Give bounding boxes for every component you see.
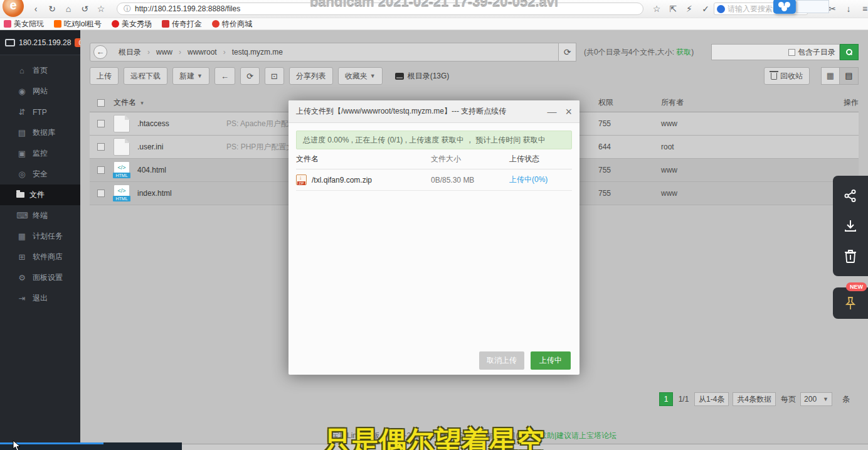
breadcrumb-wwwroot[interactable]: wwwroot: [181, 48, 223, 56]
html-file-icon: </>: [114, 185, 130, 202]
bookmark-item[interactable]: 特价商城: [212, 19, 252, 29]
new-badge: NEW: [846, 282, 867, 291]
pin-button[interactable]: NEW: [833, 287, 868, 319]
monitor-icon: ▣: [16, 149, 28, 158]
disk-icon: [395, 73, 404, 80]
browser-nav-row: e ‹ ↻ ⌂ ↺ ☆ ⓘ http://180.215.199.28:8888…: [0, 0, 868, 18]
sidebar-item-ftp[interactable]: ⇵FTP: [0, 102, 80, 122]
upload-button[interactable]: 上传: [90, 67, 119, 85]
sidebar-item-cron[interactable]: ▦计划任务: [0, 226, 80, 247]
page-button[interactable]: 1: [659, 392, 673, 406]
terminal-icon: ⌨: [16, 211, 28, 220]
search-button[interactable]: [840, 44, 859, 60]
close-icon[interactable]: ×: [565, 106, 572, 117]
pagination: 1 1/1 从1-4条 共4条数据 每页 200▼ 条: [655, 392, 853, 406]
bookmarks-bar: 美女陪玩 吃鸡lol租号 美女秀场 传奇打金 特价商城: [0, 18, 868, 30]
player-strip: [0, 442, 868, 450]
download-icon[interactable]: ↓: [840, 4, 857, 14]
ftp-icon: ⇵: [16, 107, 28, 117]
favorite-icon[interactable]: ☆: [648, 4, 665, 14]
refresh-path-button[interactable]: ⟳: [559, 43, 576, 62]
breadcrumb-root[interactable]: 根目录: [112, 47, 147, 58]
minimize-icon[interactable]: —: [547, 107, 556, 116]
dialog-header[interactable]: 上传文件到【/www/wwwroot/testq.myzm.me】--- 支持断…: [288, 100, 580, 123]
upload-status-link[interactable]: 上传中(0%): [509, 175, 548, 184]
col-perm[interactable]: 权限: [598, 97, 661, 108]
bookmark-item[interactable]: 吃鸡lol租号: [54, 19, 102, 29]
list-view-button[interactable]: ▤: [840, 67, 859, 85]
back-icon[interactable]: ‹: [28, 4, 44, 14]
trash-button[interactable]: [833, 241, 868, 271]
sidebar-item-monitor[interactable]: ▣监控: [0, 143, 80, 164]
breadcrumb-www[interactable]: www: [150, 48, 179, 56]
share-icon[interactable]: ⇱: [665, 4, 681, 14]
sidebar-item-files[interactable]: 文件: [0, 185, 80, 205]
terminal-button[interactable]: ⊡: [265, 67, 284, 85]
root-disk-info[interactable]: 根目录(13G): [395, 71, 450, 82]
upload-dialog: 上传文件到【/www/wwwroot/testq.myzm.me】--- 支持断…: [288, 100, 580, 375]
col-owner[interactable]: 所有者: [661, 97, 824, 108]
check-icon[interactable]: ✓: [697, 4, 714, 14]
home-icon[interactable]: ⌂: [60, 4, 77, 14]
row-checkbox[interactable]: [97, 143, 105, 151]
bookmark-item[interactable]: 美女秀场: [112, 19, 152, 29]
row-checkbox[interactable]: [97, 120, 105, 127]
browser-logo-icon: e: [3, 0, 24, 17]
url-bar[interactable]: ⓘ http://180.215.199.28:8888/files: [117, 3, 643, 15]
bookmark-icon: [4, 20, 11, 28]
per-page-select[interactable]: 200▼: [800, 392, 832, 406]
sidebar-item-terminal[interactable]: ⌨终端: [0, 205, 80, 226]
mouse-cursor: [13, 440, 21, 450]
sidebar-item-website[interactable]: ◉网站: [0, 81, 80, 102]
pin-icon: [842, 295, 859, 311]
breadcrumb: ← 根目录 › www › wwwroot › testq.myzm.me: [90, 43, 559, 62]
remote-download-button[interactable]: 远程下载: [124, 67, 167, 85]
favorites-button[interactable]: 收藏夹▼: [338, 67, 383, 85]
bookmark-item[interactable]: 美女陪玩: [4, 19, 44, 29]
panel-footer: 宝塔Linux面板 ©2014-2021 广东堡塔安全技术有限公司(bt.cn)…: [80, 431, 868, 441]
select-all-checkbox[interactable]: [97, 99, 105, 107]
menu-icon[interactable]: ≡: [857, 4, 868, 14]
sidebar-item-security[interactable]: ◎安全: [0, 164, 80, 185]
uploading-button[interactable]: 上传中: [531, 351, 571, 370]
breadcrumb-site[interactable]: testq.myzm.me: [226, 48, 289, 56]
sidebar-item-settings[interactable]: ⚙面板设置: [0, 267, 80, 288]
sidebar-item-home[interactable]: ⌂首页: [0, 60, 80, 81]
calendar-icon: ▦: [16, 232, 28, 241]
server-header[interactable]: 180.215.199.28 0: [0, 30, 80, 55]
bookmark-item[interactable]: 传奇打金: [162, 19, 202, 29]
upload-progress-banner: 总进度 0.00% , 正在上传 (0/1) , 上传速度 获取中 ， 预计上传…: [296, 131, 572, 149]
undo-icon[interactable]: ↺: [77, 4, 93, 14]
row-checkbox[interactable]: [97, 190, 105, 197]
cancel-upload-button[interactable]: 取消上传: [479, 351, 524, 370]
back-button[interactable]: ←: [214, 67, 235, 85]
share-icon: [843, 188, 858, 203]
cloud-overlay-icon[interactable]: [773, 0, 796, 14]
caret-down-icon: ▼: [197, 73, 203, 79]
refresh-button[interactable]: ⟳: [240, 67, 260, 85]
star-icon[interactable]: ☆: [93, 4, 109, 14]
file-search-input[interactable]: 包含子目录: [711, 44, 840, 60]
sidebar-item-appstore[interactable]: ⊞软件商店: [0, 247, 80, 267]
upload-row: /txl.qifan9.com.zip 0B/85.30 MB 上传中(0%): [296, 169, 572, 191]
include-subdir-checkbox[interactable]: [788, 49, 795, 56]
new-button[interactable]: 新建▼: [172, 67, 209, 85]
grid-view-button[interactable]: ▦: [821, 67, 840, 85]
sidebar-item-database[interactable]: ▤数据库: [0, 122, 80, 143]
flash-icon[interactable]: ⚡: [681, 4, 697, 14]
refresh-icon[interactable]: ↻: [44, 4, 60, 14]
download-icon: [843, 218, 858, 233]
recycle-bin-button[interactable]: 回收站: [764, 67, 810, 85]
share-list-button[interactable]: 分享列表: [289, 67, 333, 85]
download-button[interactable]: [833, 211, 868, 241]
sort-caret-icon[interactable]: ▾: [140, 100, 144, 106]
shield-icon: ◎: [16, 169, 28, 179]
browser-chrome: e ‹ ↻ ⌂ ↺ ☆ ⓘ http://180.215.199.28:8888…: [0, 0, 868, 30]
breadcrumb-back-button[interactable]: ←: [93, 45, 107, 59]
row-checkbox[interactable]: [97, 166, 105, 174]
get-size-link[interactable]: 获取: [676, 48, 691, 56]
sidebar-item-logout[interactable]: ⇥退出: [0, 288, 80, 309]
forum-link[interactable]: 求助|建议请上宝塔论坛: [539, 431, 617, 440]
caret-down-icon: ▼: [370, 73, 376, 79]
share-button[interactable]: [833, 181, 868, 211]
